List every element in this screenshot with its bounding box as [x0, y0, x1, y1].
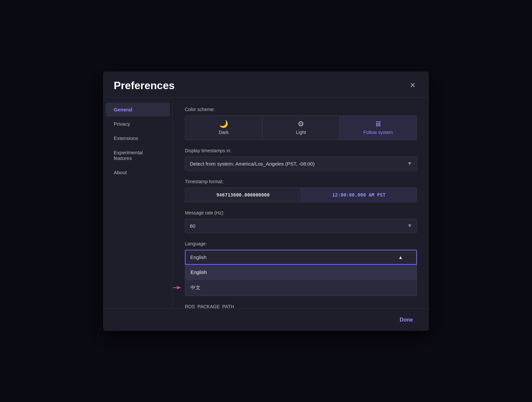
language-arrow-up-icon: ▲	[398, 254, 403, 260]
sidebar-item-extensions[interactable]: Extensions	[106, 131, 170, 145]
language-option-chinese[interactable]: 中文	[185, 280, 417, 296]
language-option-english[interactable]: English	[185, 265, 417, 280]
arrow-indicator	[173, 284, 182, 291]
language-dropdown-menu: English 中文	[185, 265, 417, 296]
language-group: Language: English ▲ English	[185, 241, 417, 296]
sidebar-item-privacy[interactable]: Privacy	[106, 117, 170, 131]
done-button[interactable]: Done	[394, 314, 418, 326]
sun-icon: ⚙	[298, 120, 304, 128]
scheme-follow-label: Follow system	[363, 130, 393, 135]
timestamp-format-group: Timestamp format: 946713600.000000000 12…	[185, 179, 417, 202]
dialog-body: General Privacy Extensions Experimental …	[103, 97, 429, 309]
timestamp-format-options: 946713600.000000000 12:00:00.000 AM PST	[185, 188, 417, 202]
dialog-title: Preferences	[114, 79, 175, 92]
message-rate-select-wrapper: 60 ▼	[185, 219, 417, 233]
preferences-dialog: Preferences ✕ General Privacy Extensions…	[103, 71, 429, 331]
message-rate-group: Message rate (Hz): 60 ▼	[185, 210, 417, 233]
timestamps-group: Display timestamps in: Detect from syste…	[185, 148, 417, 171]
scheme-dark-button[interactable]: 🌙 Dark	[185, 116, 262, 140]
overlay: Preferences ✕ General Privacy Extensions…	[0, 0, 532, 402]
scheme-follow-system-button[interactable]: 🖥 Follow system	[340, 116, 417, 140]
scheme-dark-label: Dark	[219, 130, 229, 135]
scheme-light-button[interactable]: ⚙ Light	[262, 116, 339, 140]
monitor-icon: 🖥	[374, 120, 382, 128]
sidebar-item-about[interactable]: About	[106, 166, 170, 179]
pink-arrow-icon	[173, 284, 182, 291]
close-button[interactable]: ✕	[407, 80, 418, 90]
sidebar-item-experimental[interactable]: Experimental features	[106, 146, 170, 165]
ts-human-button[interactable]: 12:00:00.000 AM PST	[301, 188, 417, 202]
dialog-footer: Done	[103, 309, 429, 331]
language-current-value: English	[190, 254, 206, 260]
dialog-header: Preferences ✕	[103, 71, 429, 97]
color-scheme-group: Color scheme: 🌙 Dark ⚙ Light 🖥 Follow	[185, 107, 417, 140]
language-label: Language:	[185, 241, 417, 246]
svg-marker-1	[177, 286, 181, 289]
timestamps-label: Display timestamps in:	[185, 148, 417, 153]
message-rate-select[interactable]: 60	[185, 219, 417, 233]
moon-icon: 🌙	[219, 120, 228, 128]
message-rate-label: Message rate (Hz):	[185, 210, 417, 215]
timestamp-format-label: Timestamp format:	[185, 179, 417, 184]
sidebar: General Privacy Extensions Experimental …	[103, 97, 173, 309]
language-field-wrapper: English ▲ English	[185, 250, 417, 296]
timestamps-select[interactable]: Detect from system: America/Los_Angeles …	[185, 157, 417, 171]
language-select-open[interactable]: English ▲	[185, 250, 417, 265]
ros-package-path-label: ROS_PACKAGE_PATH	[185, 304, 417, 309]
ts-unix-button[interactable]: 946713600.000000000	[185, 188, 301, 202]
ros-package-path-group: ROS_PACKAGE_PATH	[185, 304, 417, 309]
scheme-light-label: Light	[296, 130, 306, 135]
timestamps-select-wrapper: Detect from system: America/Los_Angeles …	[185, 157, 417, 171]
sidebar-item-general[interactable]: General	[106, 103, 170, 116]
color-scheme-label: Color scheme:	[185, 107, 417, 112]
color-scheme-options: 🌙 Dark ⚙ Light 🖥 Follow system	[185, 115, 417, 140]
content-area: Color scheme: 🌙 Dark ⚙ Light 🖥 Follow	[173, 97, 429, 309]
